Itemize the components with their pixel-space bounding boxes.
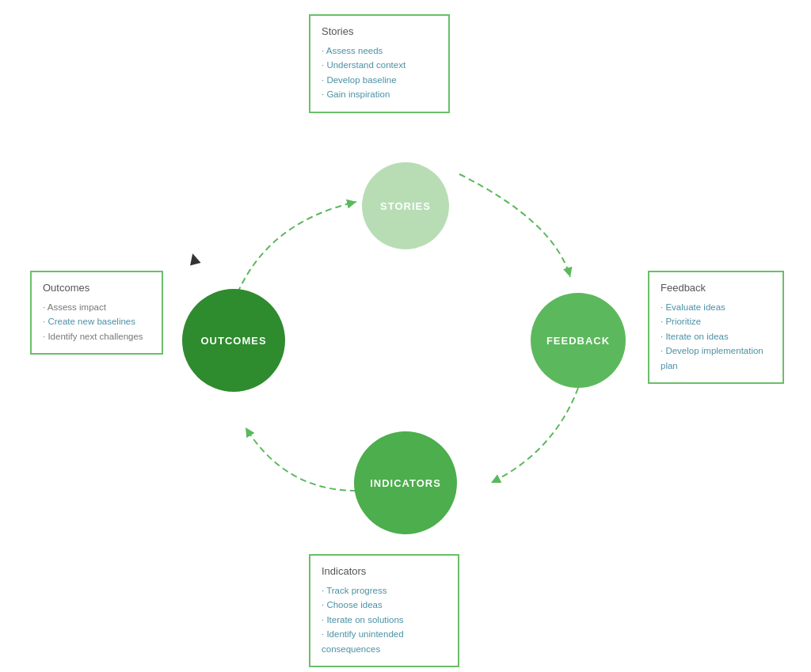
list-item: Gain inspiration — [322, 87, 437, 101]
outcomes-info-box: Outcomes Assess impact Create new baseli… — [30, 271, 163, 355]
list-item: Identify unintended consequences — [322, 627, 447, 656]
list-item: Evaluate ideas — [661, 300, 771, 314]
diagram-container: STORIES FEEDBACK INDICATORS OUTCOMES Sto… — [0, 0, 811, 672]
stories-info-box: Stories Assess needs Understand context … — [309, 14, 450, 113]
indicators-circle: INDICATORS — [354, 431, 457, 534]
outcomes-list: Assess impact Create new baselines Ident… — [43, 300, 150, 344]
list-item: Iterate on solutions — [322, 613, 447, 627]
indicators-label: INDICATORS — [370, 477, 441, 489]
list-item: Iterate on ideas — [661, 329, 771, 344]
outcomes-circle: OUTCOMES — [182, 289, 285, 392]
stories-list: Assess needs Understand context Develop … — [322, 44, 437, 102]
list-item: Prioritize — [661, 314, 771, 328]
list-item: Choose ideas — [322, 598, 447, 612]
stories-box-title: Stories — [322, 25, 437, 37]
indicators-list: Track progress Choose ideas Iterate on s… — [322, 583, 447, 656]
indicators-box-title: Indicators — [322, 565, 447, 577]
feedback-info-box: Feedback Evaluate ideas Prioritize Itera… — [648, 271, 784, 384]
stories-label: STORIES — [380, 200, 431, 212]
list-item: Develop baseline — [322, 73, 437, 87]
stories-circle: STORIES — [362, 162, 449, 249]
list-item: Develop implementation plan — [661, 344, 771, 373]
outcomes-box-title: Outcomes — [43, 282, 150, 294]
list-item: Assess needs — [322, 44, 437, 58]
list-item: Identify next challenges — [43, 329, 150, 344]
feedback-list: Evaluate ideas Prioritize Iterate on ide… — [661, 300, 771, 373]
feedback-box-title: Feedback — [661, 282, 771, 294]
indicators-info-box: Indicators Track progress Choose ideas I… — [309, 554, 459, 667]
list-item: Assess impact — [43, 300, 150, 314]
feedback-label: FEEDBACK — [546, 335, 610, 347]
list-item: Track progress — [322, 583, 447, 598]
feedback-circle: FEEDBACK — [531, 293, 626, 388]
cursor — [187, 252, 200, 265]
list-item: Understand context — [322, 58, 437, 72]
list-item: Create new baselines — [43, 314, 150, 328]
outcomes-label: OUTCOMES — [200, 335, 266, 347]
